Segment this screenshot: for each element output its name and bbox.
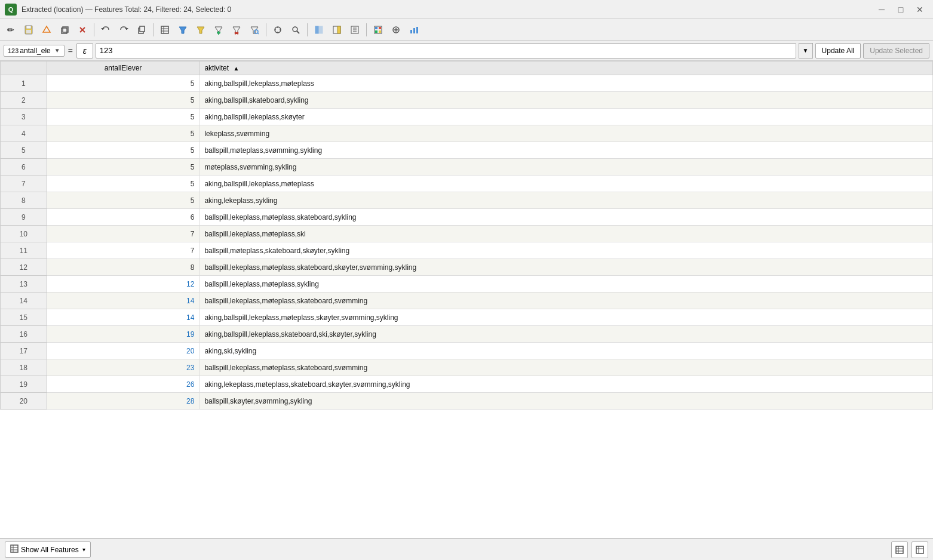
redo-button[interactable] (115, 21, 132, 38)
antall-value: 5 (47, 192, 200, 209)
table-row[interactable]: 1720aking,ski,sykling (1, 343, 933, 359)
table-row[interactable]: 65møteplass,svømming,sykling (1, 159, 933, 176)
col-aktivitet-header[interactable]: aktivitet ▲ (200, 61, 933, 75)
row-number: 11 (1, 242, 47, 259)
zoom-btn2[interactable] (388, 21, 404, 38)
undo-button[interactable] (97, 21, 114, 38)
antall-value: 5 (47, 142, 200, 159)
table-row[interactable]: 1312ballspill,lekeplass,møteplass,syklin… (1, 276, 933, 293)
row-number: 20 (1, 393, 47, 410)
draw-polygon-button[interactable] (38, 21, 55, 38)
show-features-dropdown[interactable]: ▾ (82, 546, 85, 553)
svg-marker-21 (233, 27, 240, 33)
svg-marker-17 (197, 27, 204, 33)
antall-value: 5 (47, 92, 200, 109)
antall-value: 14 (47, 309, 200, 326)
table-row[interactable]: 25aking,ballspill,skateboard,sykling (1, 92, 933, 109)
row-number: 10 (1, 226, 47, 242)
window-title: Extracted (location) — Features Total: 2… (22, 5, 231, 14)
table-row[interactable]: 1414ballspill,lekeplass,møteplass,skateb… (1, 293, 933, 309)
table-row[interactable]: 1619aking,ballspill,lekeplass,skateboard… (1, 326, 933, 343)
search-button[interactable] (287, 21, 304, 38)
col-select2-button[interactable] (329, 21, 345, 38)
table-row[interactable]: 1514aking,ballspill,lekeplass,møteplass,… (1, 309, 933, 326)
status-icon-btn-1[interactable] (891, 541, 908, 558)
copy-button[interactable] (133, 21, 150, 38)
table-row[interactable]: 1926aking,lekeplass,møteplass,skateboard… (1, 376, 933, 393)
expression-bar: 123 antall_ele ▼ = ε ▼ Update All Update… (0, 41, 933, 61)
expr-dropdown-button[interactable]: ▼ (799, 43, 813, 59)
antall-value: 20 (47, 343, 200, 359)
table-row[interactable]: 85aking,lekeplass,sykling (1, 192, 933, 209)
remove-filter-button[interactable] (228, 21, 245, 38)
add-filter-button[interactable] (210, 21, 227, 38)
aktivitet-value: aking,ballspill,lekeplass,møteplass,skøy… (200, 309, 933, 326)
delete-button[interactable] (74, 21, 91, 38)
antall-value: 12 (47, 276, 200, 293)
svg-line-26 (257, 33, 259, 34)
filter-yellow-button[interactable] (192, 21, 209, 38)
update-selected-button[interactable]: Update Selected (863, 43, 929, 59)
svg-marker-8 (101, 28, 105, 30)
show-features-button[interactable]: Show All Features ▾ (5, 541, 91, 558)
sep5 (366, 23, 367, 36)
close-button[interactable]: ✕ (911, 3, 928, 16)
sort-arrow: ▲ (233, 65, 239, 72)
edit-mode-button[interactable] (346, 21, 363, 38)
minimize-button[interactable]: ─ (873, 3, 890, 16)
col-row-num-header (1, 61, 47, 75)
table-row[interactable]: 107ballspill,lekeplass,møteplass,ski (1, 226, 933, 242)
svg-rect-52 (416, 27, 418, 33)
attribute-table: antallElever aktivitet ▲ 15aking,ballspi… (0, 61, 933, 410)
aktivitet-value: aking,ballspill,skateboard,sykling (200, 92, 933, 109)
svg-rect-1 (26, 26, 31, 29)
table-row[interactable]: 1823ballspill,lekeplass,møteplass,skateb… (1, 359, 933, 376)
svg-rect-46 (379, 30, 381, 33)
row-number: 3 (1, 109, 47, 125)
field-selector[interactable]: 123 antall_ele ▼ (4, 45, 65, 57)
duplicate-button[interactable] (56, 21, 73, 38)
stats-button[interactable] (406, 21, 422, 38)
antall-value: 6 (47, 209, 200, 226)
table-row[interactable]: 128ballspill,lekeplass,møteplass,skatebo… (1, 259, 933, 276)
conditional-format-button[interactable] (370, 21, 386, 38)
svg-marker-3 (43, 26, 50, 32)
title-bar-left: Q Extracted (location) — Features Total:… (5, 4, 231, 16)
table-row[interactable]: 75aking,ballspill,lekeplass,møteplass (1, 176, 933, 192)
edit-pencil-button[interactable]: ✏ (2, 21, 19, 38)
row-number: 1 (1, 75, 47, 92)
table-row[interactable]: 15aking,ballspill,lekeplass,møteplass (1, 75, 933, 92)
svg-point-32 (293, 27, 297, 32)
row-number: 18 (1, 359, 47, 376)
table-button[interactable] (156, 21, 173, 38)
table-row[interactable]: 55ballspill,møteplass,svømming,sykling (1, 142, 933, 159)
status-icon-btn-2[interactable] (911, 541, 928, 558)
aktivitet-value: ballspill,lekeplass,møteplass,ski (200, 226, 933, 242)
table-row[interactable]: 45lekeplass,svømming (1, 125, 933, 142)
maximize-button[interactable]: □ (892, 3, 909, 16)
svg-rect-43 (375, 27, 378, 29)
table-header-row: antallElever aktivitet ▲ (1, 61, 933, 75)
svg-line-33 (297, 31, 299, 33)
update-all-button[interactable]: Update All (815, 43, 861, 59)
table-row[interactable]: 96ballspill,lekeplass,møteplass,skateboa… (1, 209, 933, 226)
table-row[interactable]: 35aking,ballspill,lekeplass,skøyter (1, 109, 933, 125)
epsilon-button[interactable]: ε (76, 43, 93, 59)
col-select1-button[interactable] (311, 21, 327, 38)
table-row[interactable]: 117ballspill,møteplass,skateboard,skøyte… (1, 242, 933, 259)
table-wrapper: antallElever aktivitet ▲ 15aking,ballspi… (0, 61, 933, 539)
table-container[interactable]: antallElever aktivitet ▲ 15aking,ballspi… (0, 61, 933, 539)
antall-value: 5 (47, 109, 200, 125)
antall-value: 5 (47, 159, 200, 176)
aktivitet-value: aking,lekeplass,sykling (200, 192, 933, 209)
aktivitet-value: ballspill,møteplass,skateboard,skøyter,s… (200, 242, 933, 259)
filter1-button[interactable] (174, 21, 191, 38)
zoom-filter-button[interactable] (246, 21, 263, 38)
row-number: 19 (1, 376, 47, 393)
col-antall-header[interactable]: antallElever (47, 61, 200, 75)
table-row[interactable]: 2028ballspill,skøyter,svømming,sykling (1, 393, 933, 410)
expression-input[interactable] (96, 43, 796, 59)
pan-zoom-button[interactable] (269, 21, 286, 38)
save-button[interactable] (20, 21, 37, 38)
row-number: 9 (1, 209, 47, 226)
